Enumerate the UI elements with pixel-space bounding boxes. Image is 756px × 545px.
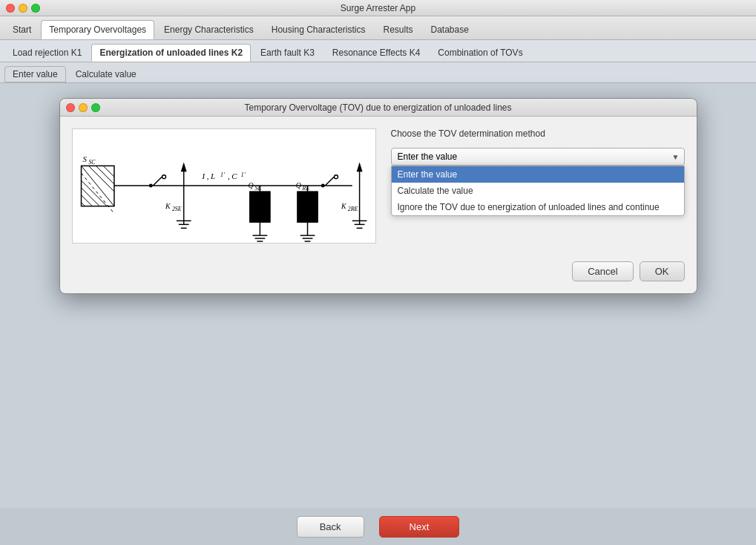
next-button[interactable]: Next	[379, 516, 460, 538]
svg-text:2RE: 2RE	[347, 206, 358, 212]
tov-dropdown-container: Enter the value ▼ Enter the value Calcul…	[391, 148, 685, 166]
tov-dropdown-menu: Enter the value Calculate the value Igno…	[391, 166, 685, 216]
svg-point-22	[321, 184, 324, 188]
back-button[interactable]: Back	[297, 516, 364, 538]
tab-housing-characteristics[interactable]: Housing Characteristics	[263, 20, 374, 39]
modal-footer: Cancel OK	[60, 255, 697, 293]
svg-line-14	[153, 177, 162, 186]
svg-text:, C: , C	[227, 172, 237, 180]
svg-line-3	[88, 166, 114, 192]
svg-line-23	[325, 177, 334, 186]
title-bar: Surge Arrester App	[0, 0, 756, 16]
svg-text:K: K	[165, 202, 171, 210]
app-title: Surge Arrester App	[341, 3, 415, 13]
dropdown-option-calculate[interactable]: Calculate the value	[392, 183, 684, 199]
tab-results[interactable]: Results	[375, 20, 421, 39]
subtab-resonance[interactable]: Resonance Effects K4	[324, 44, 429, 62]
subtab-combination[interactable]: Combination of TOVs	[430, 44, 530, 62]
tab-energy-characteristics[interactable]: Energy Characteristics	[156, 20, 262, 39]
circuit-diagram: S SC I , L 1 ' , C 1 '	[72, 128, 376, 244]
subtab-energization[interactable]: Energization of unloaded lines K2	[91, 44, 251, 62]
close-button[interactable]	[6, 4, 15, 13]
modal-dialog: Temporary Overvoltage (TOV) due to energ…	[59, 98, 697, 294]
svg-rect-31	[249, 192, 270, 222]
method-tab-enter-value[interactable]: Enter value	[4, 66, 66, 82]
subtab-load-rejection[interactable]: Load rejection K1	[4, 44, 90, 62]
svg-marker-52	[356, 162, 362, 172]
svg-line-4	[96, 166, 114, 184]
svg-text:I , L: I , L	[201, 172, 215, 180]
svg-text:1: 1	[240, 172, 243, 178]
modal-close-button[interactable]	[66, 103, 75, 112]
minimize-button[interactable]	[19, 4, 27, 13]
tab-start[interactable]: Start	[4, 20, 39, 39]
dropdown-arrow-icon: ▼	[672, 153, 680, 161]
sub-tabs: Load rejection K1 Energization of unload…	[0, 40, 756, 62]
window-controls[interactable]	[6, 4, 40, 13]
modal-maximize-button[interactable]	[91, 103, 100, 112]
tov-dropdown-button[interactable]: Enter the value ▼	[391, 148, 685, 166]
cancel-button[interactable]: Cancel	[572, 261, 633, 281]
svg-text:Q: Q	[248, 181, 253, 189]
svg-text:': '	[224, 172, 226, 178]
method-tab-calculate-value[interactable]: Calculate value	[68, 66, 145, 82]
subtab-earth-fault[interactable]: Earth fault K3	[252, 44, 323, 62]
tab-database[interactable]: Database	[423, 20, 477, 39]
menu-tabs: Start Temporary Overvoltages Energy Char…	[0, 16, 756, 40]
modal-minimize-button[interactable]	[79, 103, 88, 112]
tov-method-panel: Choose the TOV determination method Ente…	[391, 128, 685, 166]
tov-method-label: Choose the TOV determination method	[391, 128, 685, 139]
svg-text:RE: RE	[301, 185, 309, 192]
svg-rect-39	[297, 192, 318, 222]
svg-text:SC: SC	[88, 159, 96, 166]
svg-marker-56	[180, 162, 186, 172]
svg-text:1: 1	[220, 172, 223, 178]
svg-text:SE: SE	[254, 185, 261, 192]
svg-line-6	[81, 180, 107, 206]
modal-title: Temporary Overvoltage (TOV) due to energ…	[245, 102, 512, 113]
method-tabs: Enter value Calculate value	[0, 62, 756, 83]
tab-temporary-overvoltages[interactable]: Temporary Overvoltages	[41, 20, 154, 39]
dropdown-option-ignore[interactable]: Ignore the TOV due to energization of un…	[392, 199, 684, 215]
maximize-button[interactable]	[31, 4, 40, 13]
svg-text:Q: Q	[295, 181, 300, 189]
dropdown-option-enter[interactable]: Enter the value	[392, 166, 684, 183]
modal-window-controls[interactable]	[66, 103, 100, 112]
modal-body: S SC I , L 1 ' , C 1 '	[60, 117, 697, 255]
svg-text:2SE: 2SE	[171, 206, 181, 212]
svg-line-7	[81, 188, 99, 206]
modal-title-bar: Temporary Overvoltage (TOV) due to energ…	[60, 99, 697, 117]
svg-point-13	[148, 184, 152, 188]
svg-text:K: K	[340, 202, 346, 210]
svg-point-24	[334, 175, 338, 179]
svg-text:': '	[244, 172, 246, 178]
svg-text:S: S	[82, 154, 87, 163]
svg-point-15	[162, 175, 165, 179]
bottom-bar: Back Next	[0, 508, 756, 545]
main-content: Temporary Overvoltage (TOV) due to energ…	[0, 83, 756, 508]
ok-button[interactable]: OK	[640, 261, 685, 281]
dropdown-selected-value: Enter the value	[398, 151, 458, 162]
